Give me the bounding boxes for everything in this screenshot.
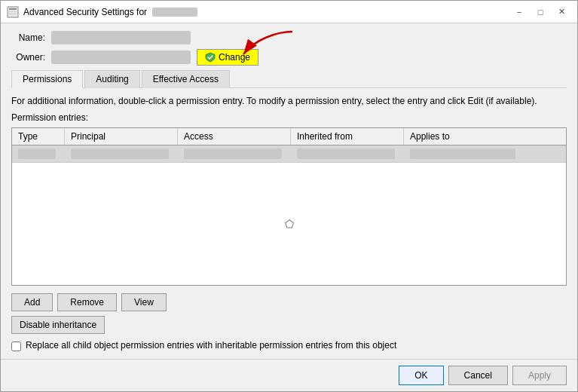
disable-inheritance-wrapper: Disable inheritance [11, 316, 567, 334]
tab-auditing[interactable]: Auditing [84, 70, 139, 88]
maximize-button[interactable]: □ [531, 5, 550, 20]
tab-effective-access[interactable]: Effective Access [142, 70, 230, 88]
col-principal: Principal [65, 128, 178, 145]
change-button-wrapper: Change [197, 49, 258, 66]
permission-table: Type Principal Access Inherited from App… [11, 127, 567, 286]
col-type: Type [12, 128, 65, 145]
table-body: ⬠ [12, 145, 566, 285]
replace-checkbox-label: Replace all child object permission entr… [26, 340, 396, 351]
change-button[interactable]: Change [197, 49, 258, 66]
ok-button[interactable]: OK [399, 366, 443, 385]
close-button[interactable]: ✕ [552, 5, 571, 20]
name-label: Name: [11, 32, 45, 43]
table-empty-area: ⬠ [12, 163, 566, 285]
col-applies-to: Applies to [404, 128, 566, 145]
add-button[interactable]: Add [11, 293, 53, 311]
window-icon [7, 6, 19, 18]
col-inherited-from: Inherited from [291, 128, 404, 145]
owner-field-row: Owner: Change [11, 49, 567, 66]
action-buttons: Add Remove View [11, 293, 567, 311]
tab-bar: Permissions Auditing Effective Access [11, 70, 567, 88]
replace-checkbox-row: Replace all child object permission entr… [11, 340, 567, 351]
permission-entries-label: Permission entries: [11, 112, 567, 123]
owner-label: Owner: [11, 52, 45, 63]
title-bar: Advanced Security Settings for − □ ✕ [1, 1, 577, 23]
shield-icon [205, 52, 216, 63]
main-window: Advanced Security Settings for − □ ✕ Nam… [0, 0, 578, 392]
disable-inheritance-button[interactable]: Disable inheritance [11, 316, 105, 334]
tab-permissions[interactable]: Permissions [11, 70, 83, 88]
owner-value [51, 51, 191, 64]
name-field-row: Name: [11, 31, 567, 44]
svg-rect-1 [9, 8, 17, 10]
remove-button[interactable]: Remove [57, 293, 117, 311]
svg-rect-2 [9, 11, 17, 12]
table-header: Type Principal Access Inherited from App… [12, 128, 566, 145]
minimize-button[interactable]: − [509, 5, 529, 20]
name-value [51, 31, 191, 44]
info-text: For additional information, double-click… [11, 96, 567, 106]
col-access: Access [178, 128, 291, 145]
replace-checkbox[interactable] [11, 341, 21, 351]
dialog-content: Name: Owner: Change [1, 23, 577, 359]
apply-button[interactable]: Apply [512, 366, 567, 385]
window-title: Advanced Security Settings for [23, 7, 509, 17]
table-row[interactable] [12, 145, 566, 163]
cancel-button[interactable]: Cancel [448, 366, 508, 385]
change-button-label: Change [219, 52, 250, 63]
window-controls: − □ ✕ [509, 5, 571, 20]
view-button[interactable]: View [121, 293, 167, 311]
dialog-footer: OK Cancel Apply [1, 359, 577, 391]
svg-rect-3 [9, 14, 17, 14]
